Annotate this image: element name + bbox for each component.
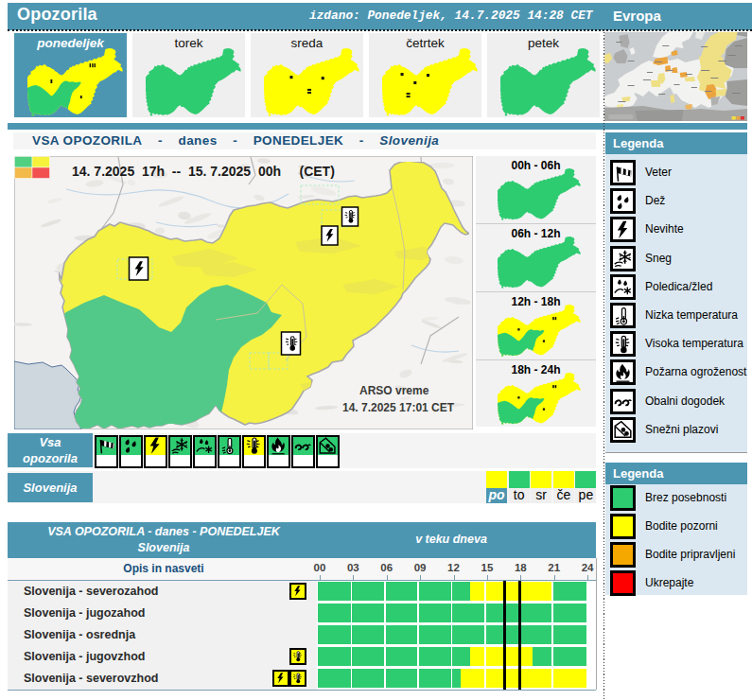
svg-text:14. 7.2025 17:01 CET: 14. 7.2025 17:01 CET	[342, 401, 455, 414]
svg-text:14. 7.2025 17h -- 15. 7.202: 14. 7.2025 17h -- 15. 7.2025 00h (CET)	[72, 164, 335, 179]
svg-text:ARSO vreme: ARSO vreme	[359, 384, 429, 397]
